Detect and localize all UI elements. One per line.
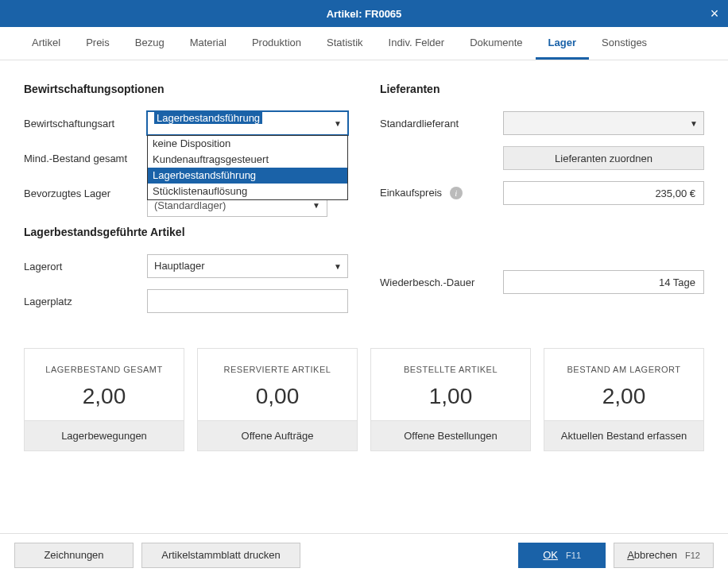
einkaufspreis-input[interactable]	[503, 181, 704, 205]
cancel-shortcut: F12	[685, 551, 700, 560]
card-label: BESTAND AM LAGERORT	[552, 365, 695, 374]
lagerort-select[interactable]: Hauptlager	[147, 254, 348, 278]
tab-lager[interactable]: Lager	[536, 27, 589, 60]
ok-button[interactable]: OK F11	[518, 543, 606, 568]
titlebar: Artikel: FR0065 ×	[0, 0, 728, 27]
tab-sonstiges[interactable]: Sonstiges	[589, 27, 660, 60]
bestand-erfassen-button[interactable]: Aktuellen Bestand erfassen	[544, 420, 703, 450]
tab-indiv-felder[interactable]: Indiv. Felder	[376, 27, 458, 60]
wiederbesch-input[interactable]	[503, 270, 704, 294]
bevorzugtes-lager-label: Bevorzugtes Lager	[24, 187, 147, 199]
card-value: 2,00	[552, 384, 695, 409]
dropdown-item[interactable]: Lagerbestandsführung	[148, 168, 347, 184]
dropdown-item[interactable]: Stücklistenauflösung	[148, 184, 347, 199]
tab-artikel[interactable]: Artikel	[19, 27, 73, 60]
lagerort-value: Hauptlager	[154, 260, 205, 272]
card-label: LAGERBESTAND GESAMT	[33, 365, 176, 374]
stats-cards: LAGERBESTAND GESAMT 2,00 Lagerbewegungen…	[0, 324, 728, 451]
bewirtschaftungsart-dropdown: keine Disposition Kundenauftragsgesteuer…	[147, 135, 348, 200]
bewirtschaftungsart-label: Bewirtschaftungsart	[24, 118, 147, 130]
info-icon[interactable]: i	[450, 187, 463, 199]
card-label: RESERVIERTE ARTIKEL	[206, 365, 349, 374]
tab-material[interactable]: Material	[177, 27, 239, 60]
section-bewirtschaftung-title: Bewirtschaftungsoptionen	[24, 83, 348, 95]
footer: Zeichnungen Artikelstammblatt drucken OK…	[0, 533, 728, 576]
bevorzugtes-lager-value: (Standardlager)	[154, 199, 226, 211]
stammblatt-drucken-button[interactable]: Artikelstammblatt drucken	[141, 543, 300, 568]
lagerort-label: Lagerort	[24, 261, 147, 273]
lagerplatz-label: Lagerplatz	[24, 296, 147, 307]
lieferanten-zuordnen-button[interactable]: Lieferanten zuordnen	[503, 146, 704, 170]
wiederbesch-label: Wiederbesch.-Dauer	[380, 276, 503, 288]
dropdown-item[interactable]: keine Disposition	[148, 136, 347, 152]
tab-bar: Artikel Preis Bezug Material Produktion …	[0, 27, 728, 60]
card-lagerbestand-gesamt: LAGERBESTAND GESAMT 2,00 Lagerbewegungen	[24, 348, 184, 451]
offene-auftraege-button[interactable]: Offene Aufträge	[198, 420, 357, 450]
card-reservierte-artikel: RESERVIERTE ARTIKEL 0,00 Offene Aufträge	[197, 348, 358, 451]
standardlieferant-select[interactable]	[503, 111, 704, 135]
card-value: 1,00	[379, 384, 522, 409]
ok-shortcut: F11	[566, 551, 581, 560]
offene-bestellungen-button[interactable]: Offene Bestellungen	[371, 420, 530, 450]
right-column: Lieferanten Standardlieferant ▼ Lieferan…	[380, 83, 704, 324]
lagerplatz-input[interactable]	[147, 289, 348, 313]
close-icon[interactable]: ×	[701, 0, 728, 27]
tab-bezug[interactable]: Bezug	[122, 27, 177, 60]
einkaufspreis-label: Einkaufspreis i	[380, 187, 503, 199]
tab-produktion[interactable]: Produktion	[239, 27, 314, 60]
bewirtschaftungsart-select[interactable]: Lagerbestandsführung	[147, 111, 348, 135]
section-lagerbestand-title: Lagerbestandsgeführte Artikel	[24, 226, 348, 238]
tab-preis[interactable]: Preis	[73, 27, 122, 60]
card-value: 2,00	[33, 384, 176, 409]
chevron-down-icon: ▼	[312, 201, 320, 210]
standardlieferant-label: Standardlieferant	[380, 118, 503, 130]
section-lieferanten-title: Lieferanten	[380, 83, 704, 95]
tab-statistik[interactable]: Statistik	[314, 27, 376, 60]
tab-dokumente[interactable]: Dokumente	[457, 27, 535, 60]
cancel-button[interactable]: Abbrechen F12	[614, 543, 714, 568]
window-title: Artikel: FR0065	[327, 8, 402, 20]
mind-bestand-label: Mind.-Bestand gesamt	[24, 153, 147, 164]
card-bestellte-artikel: BESTELLTE ARTIKEL 1,00 Offene Bestellung…	[370, 348, 531, 451]
bewirtschaftungsart-value: Lagerbestandsführung	[154, 112, 262, 124]
card-value: 0,00	[206, 384, 349, 409]
card-label: BESTELLTE ARTIKEL	[379, 365, 522, 374]
lagerbewegungen-button[interactable]: Lagerbewegungen	[25, 420, 184, 450]
zeichnungen-button[interactable]: Zeichnungen	[14, 543, 134, 568]
left-column: Bewirtschaftungsoptionen Bewirtschaftung…	[24, 83, 348, 324]
dropdown-item[interactable]: Kundenauftragsgesteuert	[148, 152, 347, 168]
card-bestand-lagerort: BESTAND AM LAGERORT 2,00 Aktuellen Besta…	[544, 348, 704, 451]
ok-label: OK	[543, 549, 558, 561]
